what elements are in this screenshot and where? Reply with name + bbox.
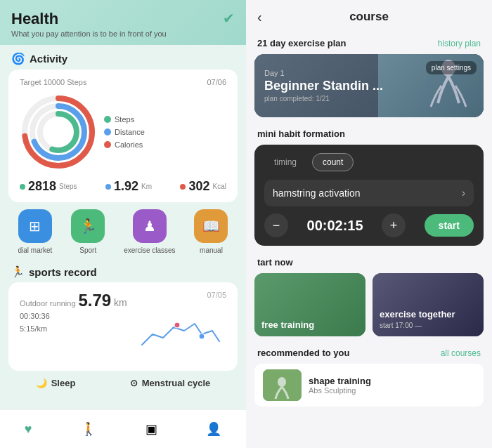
sports-details: 00:30:36 5:15/km [20,310,127,335]
plan-day: Day 1 [264,69,383,77]
sports-map-svg [135,306,226,362]
free-training-label: free training [254,314,365,336]
activity-icon: 🌀 [11,52,25,65]
exercise-together-label: exercise together start 17:00 — [373,303,484,336]
rec-title: recommended to you [257,348,349,358]
menstrual-section[interactable]: ⊙ Menstrual cycle [130,378,211,388]
page-title: course [349,10,389,24]
plan-title: 21 day exercise plan [257,38,346,48]
sleep-section[interactable]: 🌙 Sleep [36,378,76,388]
activity-date: 07/06 [207,78,226,86]
decrement-button[interactable]: − [264,213,288,237]
tab-timing[interactable]: timing [264,153,306,171]
sports-type: Outdoor running [20,299,76,308]
activity-stats: 2818 Steps 1.92 Km 302 Kcal [20,179,226,194]
left-panel: Health What you pay attention is to be i… [0,0,246,448]
plan-header: 21 day exercise plan history plan [246,34,492,54]
habit-controls: − 00:02:15 + start [264,213,474,237]
sports-date: 07/05 [207,291,226,299]
nav-profile[interactable]: 👤 [206,421,221,437]
activity-nav-icon: 🚶 [81,421,96,437]
nav-activity[interactable]: 🚶 [81,421,96,437]
rec-info: shape training Abs Sculpting [309,376,371,395]
right-header: ‹ course [246,0,492,34]
sports-label: sports record [29,266,97,278]
sleep-icon: 🌙 [36,378,47,388]
quick-actions: ⊞ dial market 🏃 Sport ♟ exercise classes… [8,209,238,254]
qa-manual[interactable]: 📖 manual [194,209,228,254]
qa-dial-market[interactable]: ⊞ dial market [18,209,52,254]
health-check-icon: ✔ [223,10,235,27]
activity-card: Target 10000 Steps 07/06 Steps [8,70,238,202]
plan-settings-button[interactable]: plan settings [426,61,477,74]
sports-card[interactable]: Outdoor running 5.79 km 00:30:36 5:15/km… [8,282,238,371]
svg-point-7 [199,334,205,339]
start-section-label: tart now [246,256,492,273]
tab-count[interactable]: count [312,153,354,171]
habit-section-label: mini habit formation [246,127,492,145]
habit-exercise-row[interactable]: hamstring activation › [264,180,474,206]
rec-thumbnail [263,369,302,401]
exercise-together-card[interactable]: exercise together start 17:00 — [373,273,484,336]
back-button[interactable]: ‹ [257,9,262,25]
activity-section: 🌀 Activity [0,45,246,70]
rec-name: shape training [309,376,371,386]
history-plan-link[interactable]: history plan [438,39,481,48]
plan-card-content: Day 1 Beginner Standin ... plan complete… [264,54,383,117]
chevron-right-icon: › [462,187,465,199]
plan-name: Beginner Standin ... [264,79,383,93]
activity-label: Activity [30,53,67,65]
bottom-sections: 🌙 Sleep ⊙ Menstrual cycle [8,378,238,388]
rec-sub: Abs Sculpting [309,386,371,395]
rec-item[interactable]: shape training Abs Sculpting [254,364,484,407]
svg-point-6 [174,322,180,328]
sports-distance: 5.79 km [79,291,127,310]
plan-card[interactable]: Day 1 Beginner Standin ... plan complete… [254,54,484,117]
habit-tabs: timing count [264,153,474,171]
sports-section-label: 🏃 sports record [0,261,246,282]
grid-nav-icon: ▣ [145,421,157,437]
activity-target: Target 10000 Steps [20,78,86,86]
right-panel: ‹ course 21 day exercise plan history pl… [246,0,492,448]
app-title: Health [11,10,167,28]
ring-chart [20,93,97,171]
free-training-card[interactable]: free training [254,273,365,336]
svg-point-10 [278,377,286,387]
start-time-label: start 17:00 — [380,322,422,329]
app-subtitle: What you pay attention is to be in front… [11,29,167,38]
start-button[interactable]: start [425,214,474,237]
habit-card: timing count hamstring activation › − 00… [254,145,484,246]
increment-button[interactable]: + [382,213,406,237]
health-nav-icon: ♥ [25,422,32,437]
rec-header: recommended to you all courses [246,346,492,364]
qa-sport[interactable]: 🏃 Sport [71,209,105,254]
profile-nav-icon: 👤 [206,421,221,437]
qa-exercise-classes[interactable]: ♟ exercise classes [124,209,175,254]
habit-timer: 00:02:15 [307,218,363,234]
bottom-nav: ♥ 🚶 ▣ 👤 [0,409,246,448]
nav-health[interactable]: ♥ [25,422,32,437]
left-header: Health What you pay attention is to be i… [0,0,246,45]
ring-legend: Steps Distance Calories [104,115,145,149]
all-courses-link[interactable]: all courses [441,348,481,358]
menstrual-icon: ⊙ [130,378,138,388]
nav-grid[interactable]: ▣ [145,421,157,437]
plan-progress: plan completed: 1/21 [264,95,383,103]
sports-icon: 🏃 [11,265,25,278]
exercise-name: hamstring activation [273,187,361,199]
start-cards: free training exercise together start 17… [246,273,492,346]
